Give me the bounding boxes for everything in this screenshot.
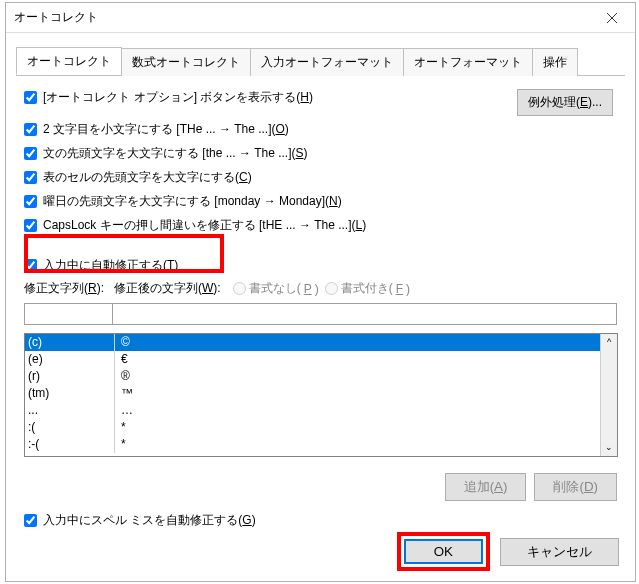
table-row[interactable]: ...… xyxy=(25,402,600,419)
opt-cap-table: 表のセルの先頭文字を大文字にする(C) xyxy=(24,168,617,186)
window-title: オートコレクト xyxy=(14,9,589,26)
tab-math[interactable]: 数式オートコレクト xyxy=(121,48,251,76)
tab-actions[interactable]: 操作 xyxy=(532,48,578,76)
titlebar: オートコレクト xyxy=(6,3,635,33)
checkbox-two-caps[interactable] xyxy=(24,123,37,136)
opt-auto-replace: 入力中に自動修正する(T) xyxy=(24,256,617,274)
replacement-table: (c)© (e)€ (r)® (tm)™ ...… :(* :-(* ^ ⌄ xyxy=(24,333,618,457)
table-row[interactable]: (c)© xyxy=(25,334,600,351)
opt-two-caps: 2 文字目を小文字にする [THe ... → The ...](O) xyxy=(24,120,617,138)
close-button[interactable] xyxy=(589,3,635,33)
radio-plain[interactable]: 書式なし(P) xyxy=(233,280,319,297)
checkbox-capslock[interactable] xyxy=(24,219,37,232)
table-rows[interactable]: (c)© (e)€ (r)® (tm)™ ...… :(* :-(* xyxy=(25,334,600,456)
tab-autocorrect[interactable]: オートコレクト xyxy=(16,47,122,75)
scroll-up-icon[interactable]: ^ xyxy=(601,334,617,351)
checkbox-cap-first[interactable] xyxy=(24,147,37,160)
checkbox-spell[interactable] xyxy=(24,514,37,527)
table-row[interactable]: :-(* xyxy=(25,436,600,453)
checkbox-auto-replace[interactable] xyxy=(24,259,37,272)
panel: [オートコレクト オプション] ボタンを表示する(H) 2 文字目を小文字にする… xyxy=(6,76,635,545)
opt-capslock: CapsLock キーの押し間違いを修正する [tHE ... → The ..… xyxy=(24,216,617,234)
add-button[interactable]: 追加(A) xyxy=(445,473,527,501)
with-input[interactable] xyxy=(112,303,617,325)
table-row[interactable]: :(* xyxy=(25,419,600,436)
tab-autoformat[interactable]: オートフォーマット xyxy=(403,48,533,76)
tab-strip: オートコレクト 数式オートコレクト 入力オートフォーマット オートフォーマット … xyxy=(16,47,625,76)
tab-autoformat-typing[interactable]: 入力オートフォーマット xyxy=(250,48,404,76)
checkbox-cap-table[interactable] xyxy=(24,171,37,184)
scroll-down-icon[interactable]: ⌄ xyxy=(601,439,617,456)
exceptions-button[interactable]: 例外処理(E)... xyxy=(517,89,613,116)
cancel-button[interactable]: キャンセル xyxy=(500,538,619,566)
dialog-footer: OK キャンセル xyxy=(397,532,619,571)
checkbox-cap-weekday[interactable] xyxy=(24,195,37,208)
close-icon xyxy=(607,13,617,23)
input-pair xyxy=(24,303,617,325)
table-row[interactable]: (tm)™ xyxy=(25,385,600,402)
ok-button[interactable]: OK xyxy=(404,539,483,564)
dialog-window: オートコレクト オートコレクト 数式オートコレクト 入力オートフォーマット オー… xyxy=(5,2,636,582)
opt-spell: 入力中にスペル ミスを自動修正する(G) xyxy=(24,511,617,529)
radio-formatted[interactable]: 書式付き(F) xyxy=(325,280,410,297)
table-row[interactable]: (r)® xyxy=(25,368,600,385)
opt-cap-weekday: 曜日の先頭文字を大文字にする [monday → Monday](N) xyxy=(24,192,617,210)
highlight-ok: OK xyxy=(397,532,490,571)
scrollbar[interactable]: ^ ⌄ xyxy=(600,334,617,456)
delete-button[interactable]: 削除(D) xyxy=(534,473,617,501)
add-delete-row: 追加(A) 削除(D) xyxy=(24,473,617,501)
checkbox-show-button[interactable] xyxy=(24,91,37,104)
table-row[interactable]: (e)€ xyxy=(25,351,600,368)
opt-cap-first: 文の先頭文字を大文字にする [the ... → The ...](S) xyxy=(24,144,617,162)
replace-input[interactable] xyxy=(24,303,112,325)
field-labels: 修正文字列(R): 修正後の文字列(W): 書式なし(P) 書式付き(F) xyxy=(24,280,617,297)
